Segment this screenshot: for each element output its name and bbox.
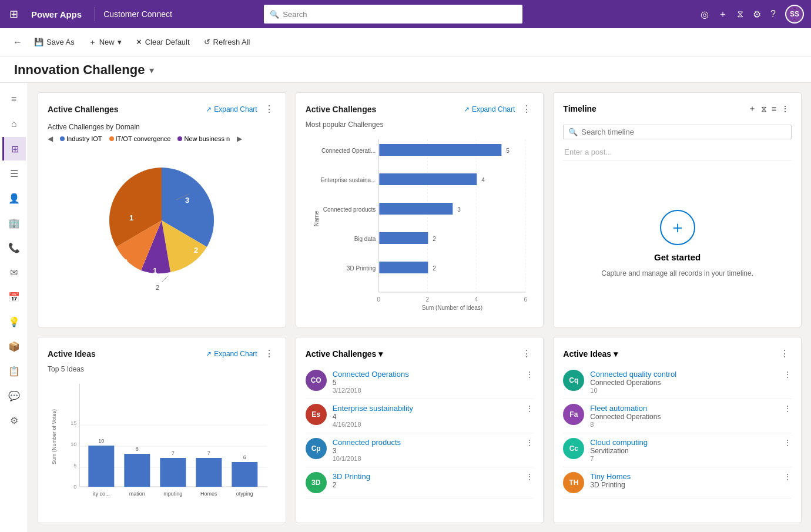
sidebar-item-phone[interactable]: 📞 <box>2 236 26 259</box>
app-logo: Power Apps <box>26 9 86 19</box>
card6-header: Active Ideas ▾ ⋮ <box>563 347 792 360</box>
settings-icon[interactable]: ⚙ <box>753 9 761 20</box>
pie-legend: ◀ Industry IOT IT/OT convergence <box>48 135 276 143</box>
global-search-box: 🔍 <box>264 5 522 24</box>
list-item-date-1: 3/12/2018 <box>333 387 520 394</box>
card4-title: Active Ideas <box>48 349 96 359</box>
filter-icon[interactable]: ⧖ <box>737 9 743 19</box>
card1-more-icon[interactable]: ⋮ <box>262 102 276 116</box>
sidebar-item-contact[interactable]: 👤 <box>2 186 26 210</box>
clear-default-button[interactable]: ✕ Clear Default <box>130 34 196 50</box>
idea-item-more-4[interactable]: ⋮ <box>783 472 792 481</box>
back-button[interactable]: ← <box>9 34 26 51</box>
timeline-add-button[interactable]: ＋ <box>746 102 759 115</box>
list-item-more-1[interactable]: ⋮ <box>525 370 534 379</box>
svg-text:10: 10 <box>98 438 104 444</box>
list1-chevron-icon[interactable]: ▾ <box>378 349 383 359</box>
list-item-name-3[interactable]: Connected products <box>333 438 520 447</box>
idea-item-more-1[interactable]: ⋮ <box>783 370 792 379</box>
sidebar-item-account[interactable]: 🏢 <box>2 211 26 235</box>
idea-item-more-3[interactable]: ⋮ <box>783 438 792 447</box>
idea-item-name-1[interactable]: Connected quality control <box>590 370 778 379</box>
sidebar-item-menu[interactable]: ≡ <box>2 88 26 111</box>
list2-chevron-icon[interactable]: ▾ <box>614 349 618 359</box>
card6-title: Active Ideas ▾ <box>563 349 618 359</box>
ideas-list: Cq Connected quality control Connected O… <box>563 365 792 498</box>
svg-text:8: 8 <box>136 446 139 452</box>
svg-text:Connected products: Connected products <box>323 206 376 213</box>
svg-rect-48 <box>124 454 150 487</box>
challenges-list: CO Connected Operations 5 3/12/2018 ⋮ Es <box>306 365 534 498</box>
plus-icon[interactable]: ＋ <box>718 8 728 21</box>
card5-more-icon[interactable]: ⋮ <box>520 347 534 360</box>
pie-next-icon[interactable]: ▶ <box>237 135 242 143</box>
timeline-filter-button[interactable]: ⧖ <box>759 103 769 115</box>
timeline-search-input[interactable] <box>581 128 786 136</box>
list-item-sub-3: 3 <box>333 447 520 455</box>
sidebar-item-products[interactable]: 📦 <box>2 334 26 358</box>
refresh-all-button[interactable]: ↺ Refresh All <box>198 34 256 50</box>
svg-text:4: 4 <box>474 296 478 303</box>
horizontal-bar-chart: 0 2 4 6 Sum (Number of ideas) Name Conne… <box>306 133 534 316</box>
refresh-icon: ↺ <box>204 38 210 46</box>
save-as-button[interactable]: 💾 Save As <box>28 34 81 50</box>
pie-prev-icon[interactable]: ◀ <box>48 135 53 143</box>
timeline-post-area[interactable]: Enter a post... <box>563 144 792 160</box>
timeline-columns-button[interactable]: ≡ <box>769 103 779 115</box>
svg-text:3: 3 <box>185 196 189 205</box>
list-item-name-4[interactable]: 3D Printing <box>333 472 520 481</box>
expand-icon-3: ↗ <box>206 350 212 358</box>
idea-item-name-3[interactable]: Cloud computing <box>590 438 778 447</box>
expand-chart2-button[interactable]: ↗ Expand Chart <box>464 105 515 113</box>
timeline-more-button[interactable]: ⋮ <box>779 103 792 115</box>
svg-text:Homes: Homes <box>200 491 217 497</box>
avatar[interactable]: SS <box>785 5 804 24</box>
dashboard-grid: Active Challenges ↗ Expand Chart ⋮ Activ… <box>38 92 802 523</box>
card2-more-icon[interactable]: ⋮ <box>520 102 534 116</box>
svg-text:10: 10 <box>71 441 76 447</box>
svg-text:Name: Name <box>313 210 320 226</box>
card2-header: Active Challenges ↗ Expand Chart ⋮ <box>306 102 534 116</box>
timeline-empty-desc: Capture and manage all records in your t… <box>601 269 753 277</box>
top-bar-icons: ◎ ＋ ⧖ ⚙ ? SS <box>701 5 804 24</box>
list-item-name-2[interactable]: Enterprise sustainability <box>333 404 520 413</box>
sidebar-item-settings[interactable]: ⚙ <box>2 409 26 432</box>
list-item-name-1[interactable]: Connected Operations <box>333 370 520 379</box>
list-item-more-2[interactable]: ⋮ <box>525 404 534 413</box>
sidebar-item-ideas[interactable]: 💡 <box>2 310 26 333</box>
idea-item-sub-2: Connected Operations <box>590 413 778 421</box>
idea-item-more-2[interactable]: ⋮ <box>783 404 792 413</box>
avatar-cp: Cp <box>306 438 327 459</box>
svg-line-6 <box>162 276 167 282</box>
help-icon[interactable]: ? <box>770 9 776 19</box>
sidebar-item-dashboard[interactable]: ⊞ <box>2 137 26 160</box>
idea-item-content-4: Tiny Homes 3D Printing <box>590 472 778 489</box>
app-name: Customer Connect <box>103 9 172 19</box>
page-title-chevron-icon[interactable]: ▾ <box>149 65 154 76</box>
svg-text:mputing: mputing <box>163 491 182 497</box>
svg-text:0: 0 <box>73 484 76 490</box>
list-item-more-4[interactable]: ⋮ <box>525 472 534 481</box>
target-icon[interactable]: ◎ <box>701 9 709 20</box>
idea-item-name-4[interactable]: Tiny Homes <box>590 472 778 481</box>
sidebar-item-list[interactable]: ☰ <box>2 162 26 185</box>
expand-chart1-button[interactable]: ↗ Expand Chart <box>206 105 257 113</box>
svg-text:6: 6 <box>243 454 246 460</box>
sidebar-item-home[interactable]: ⌂ <box>2 112 26 136</box>
expand-chart3-button[interactable]: ↗ Expand Chart <box>206 350 257 358</box>
idea-item-name-2[interactable]: Fleet automation <box>590 404 778 413</box>
list-item: Fa Fleet automation Connected Operations… <box>563 399 792 433</box>
svg-text:Big data: Big data <box>354 236 376 242</box>
card4-more-icon[interactable]: ⋮ <box>262 347 276 360</box>
svg-text:mation: mation <box>129 491 145 497</box>
grid-icon[interactable]: ⊞ <box>7 5 21 23</box>
sidebar-item-calendar[interactable]: 📅 <box>2 285 26 309</box>
sidebar-item-chat[interactable]: 💬 <box>2 384 26 407</box>
card4-actions: ↗ Expand Chart ⋮ <box>206 347 276 360</box>
sidebar-item-tasks[interactable]: 📋 <box>2 359 26 383</box>
card6-more-icon[interactable]: ⋮ <box>778 347 792 360</box>
global-search-input[interactable] <box>283 10 517 19</box>
sidebar-item-email[interactable]: ✉ <box>2 260 26 284</box>
new-button[interactable]: ＋ New ▾ <box>83 34 128 51</box>
list-item-more-3[interactable]: ⋮ <box>525 438 534 447</box>
